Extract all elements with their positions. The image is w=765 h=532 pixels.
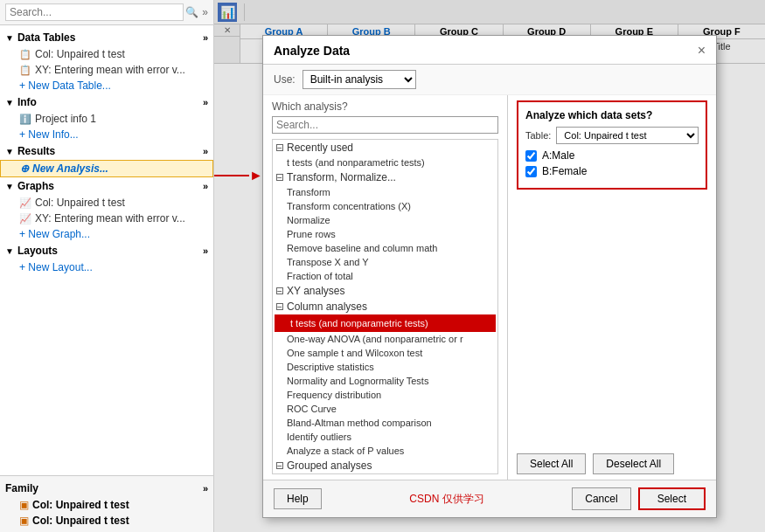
item-identify-outliers[interactable]: Identify outliers [273,430,497,444]
use-select[interactable]: Built-in analysis [303,70,416,89]
item-transform[interactable]: Transform [273,185,497,199]
collapse-arrow-graphs: ▼ [5,182,14,191]
item-remove-baseline[interactable]: Remove baseline and column math [273,241,497,255]
sidebar-item-results[interactable]: ▼ Results » [0,142,213,160]
tree-item-graph-col[interactable]: 📈 Col: Unpaired t test [0,195,213,211]
select-btn[interactable]: Select [638,487,706,510]
family-icon-2: ▣ [19,515,29,527]
sidebar-item-graphs[interactable]: ▼ Graphs » [0,177,213,195]
tree-item-new-info[interactable]: + New Info... [0,127,213,142]
item-normality[interactable]: Normality and Lognormality Tests [273,374,497,388]
dialog-titlebar: Analyze Data × [263,36,716,65]
search-icon: 🔍 [185,6,198,18]
collapse-arrow-layouts: ▼ [5,246,14,256]
item-prune-rows[interactable]: Prune rows [273,227,497,241]
collapse-sq-transform: − [276,174,283,181]
use-label: Use: [274,73,296,86]
sidebar-search-bar: 🔍 » [0,0,213,25]
item-t-tests-column[interactable]: t tests (and nonparametric tests) [275,314,496,332]
family-label: Family [5,482,38,494]
new-analysis-item[interactable]: ⊕ New Analysis... [0,160,213,177]
footer-right: Cancel Select [572,487,706,510]
tree-item-new-layout[interactable]: + New Layout... [0,259,213,275]
collapse-arrow: ▼ [5,33,14,43]
select-all-btn[interactable]: Select All [517,453,586,474]
dataset-a-checkbox[interactable] [525,150,537,162]
collapse-sq-xy: − [276,287,283,294]
sidebar: 🔍 » ▼ Data Tables » 📋 Col: Unpaired t te… [0,0,214,532]
tree-item-new-data-table[interactable]: + New Data Table... [0,78,213,93]
tree-item-col-unpaired[interactable]: 📋 Col: Unpaired t test [0,46,213,62]
help-btn[interactable]: Help [274,488,322,509]
datasets-table-row: Table: Col: Unpaired t test [525,127,699,144]
section-grouped[interactable]: − Grouped analyses [273,458,497,473]
expand-graphs-btn[interactable]: » [203,181,208,191]
table-label: Table: [525,130,551,141]
item-normalize[interactable]: Normalize [273,213,497,227]
deselect-all-btn[interactable]: Deselect All [593,453,674,474]
item-transpose[interactable]: Transpose X and Y [273,255,497,269]
tree-section-graphs: ▼ Graphs » 📈 Col: Unpaired t test 📈 XY: … [0,177,213,242]
tree-item-graph-xy[interactable]: 📈 XY: Entering mean with error v... [0,211,213,226]
tree-item-new-graph[interactable]: + New Graph... [0,226,213,242]
section-recently-used[interactable]: − Recently used [273,140,497,155]
family-item-1[interactable]: ▣ Col: Unpaired t test [0,497,213,513]
expand-icon[interactable]: » [202,6,208,18]
xy-label: XY analyses [287,285,345,297]
item-descriptive[interactable]: Descriptive statistics [273,360,497,374]
analysis-search-input[interactable] [272,116,498,134]
item-roc[interactable]: ROC Curve [273,402,497,416]
sidebar-item-layouts[interactable]: ▼ Layouts » [0,242,213,259]
collapse-sq-grouped: − [276,462,283,469]
watermark-area: CSDN 仅供学习 [409,492,483,507]
dialog-body: Which analysis? − Recently used t tests … [263,95,716,480]
sidebar-item-info[interactable]: ▼ Info » [0,93,213,111]
sidebar-search-input[interactable] [5,3,184,21]
dataset-b-checkbox[interactable] [525,166,537,177]
recently-used-label: Recently used [287,142,353,154]
tree-item-xy-entering[interactable]: 📋 XY: Entering mean with error v... [0,62,213,78]
item-one-sample-t[interactable]: One sample t and Wilcoxon test [273,346,497,360]
family-expand-btn[interactable]: » [203,483,208,494]
dialog-overlay: Analyze Data × Use: Built-in analysis Wh… [214,0,765,532]
section-xy[interactable]: − XY analyses [273,283,497,299]
section-transform[interactable]: − Transform, Normalize... [273,169,497,185]
item-frequency[interactable]: Frequency distribution [273,388,497,402]
item-transform-concentrations[interactable]: Transform concentrations (X) [273,199,497,213]
item-anova[interactable]: One-way ANOVA (and nonparametric or r [273,332,497,346]
family-section: Family » ▣ Col: Unpaired t test ▣ Col: U… [0,475,213,532]
dataset-a-label: A:Male [542,149,574,162]
cancel-btn[interactable]: Cancel [572,487,630,510]
watermark-text: CSDN 仅供学习 [409,492,483,507]
info-icon: ℹ️ [19,114,31,125]
sidebar-item-data-tables[interactable]: ▼ Data Tables » [0,29,213,46]
item-analyze-p-values[interactable]: Analyze a stack of P values [273,444,497,458]
tree-item-project-info[interactable]: ℹ️ Project info 1 [0,111,213,127]
expand-info-btn[interactable]: » [203,97,208,107]
dataset-b-label: B:Female [542,165,587,177]
dialog-use-row: Use: Built-in analysis [263,65,716,95]
expand-layouts-btn[interactable]: » [203,245,208,256]
item-fraction-total[interactable]: Fraction of total [273,269,497,283]
expand-section-btn[interactable]: » [203,32,208,43]
tree-section-info: ▼ Info » ℹ️ Project info 1 + New Info... [0,93,213,142]
item-t-tests-recent[interactable]: t tests (and nonparametric tests) [273,155,497,169]
graph-icon: 📈 [19,197,31,209]
tree-section-results: ▼ Results » ⊕ New Analysis... [0,142,213,177]
family-icon-1: ▣ [19,499,29,511]
section-column[interactable]: − Column analyses [273,299,497,314]
layouts-section-label: Layouts [17,245,58,257]
dataset-b-row: B:Female [525,165,699,177]
arrow-indicator: ► [214,168,263,183]
footer-left: Help [274,488,322,509]
item-bland-altman[interactable]: Bland-Altman method comparison [273,416,497,430]
analysis-panel: Which analysis? − Recently used t tests … [263,95,508,480]
select-deselect-row: Select All Deselect All [517,443,707,474]
dialog-close-btn[interactable]: × [698,43,706,59]
datasets-table-select[interactable]: Col: Unpaired t test [556,127,699,144]
graphs-section-label: Graphs [17,180,54,192]
tree-section-data-tables: ▼ Data Tables » 📋 Col: Unpaired t test 📋… [0,29,213,93]
expand-results-btn[interactable]: » [203,146,208,156]
datasets-border-box: Analyze which data sets? Table: Col: Unp… [517,100,707,190]
family-item-2[interactable]: ▣ Col: Unpaired t test [0,513,213,529]
